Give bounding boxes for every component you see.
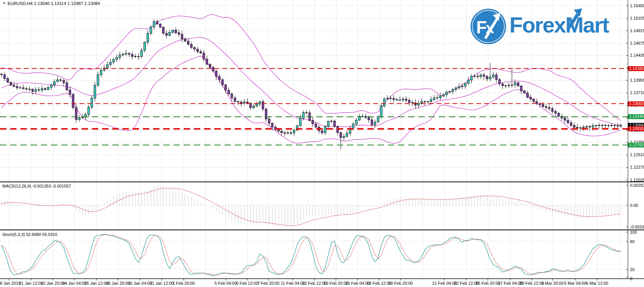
time-tick-label: 12 Feb 12:00	[302, 281, 327, 285]
time-tick-label: 18 Feb 12:00	[367, 281, 392, 285]
symbol-dropdown-icon[interactable]: ▼	[3, 2, 6, 5]
time-tick-label: 24 Jan 04:00	[62, 281, 87, 285]
stoch-tick-label: 100	[630, 230, 637, 235]
time-tick-label: 19 Feb 20:00	[389, 281, 413, 285]
macd-indicator-label: MACD(12,26,9) -0.001353 -0.001557	[2, 184, 71, 188]
time-tick-label: 5 Mar 04:00	[564, 281, 587, 285]
time-tick-label: 1 Feb 20:00	[173, 281, 195, 285]
time-tick-label: 7 Feb 20:00	[257, 281, 280, 285]
stoch-tick-label: 20	[630, 267, 635, 272]
price-level-badge: 1.12702	[628, 143, 644, 147]
time-tick-label: 21 Feb 04:00	[432, 281, 457, 285]
macd-tick-label: 0.00	[630, 203, 638, 208]
price-tick-label: 1.12025	[630, 178, 644, 183]
macd-tick-label: 0.002932	[630, 183, 644, 188]
time-tick-label: 28 Jan 20:00	[106, 281, 130, 285]
time-tick-label: 15 Feb 04:00	[345, 281, 370, 285]
time-tick-label: 30 Jan 04:00	[128, 281, 152, 285]
svg-text:F: F	[476, 17, 487, 37]
price-tick-label: 1.12270	[630, 165, 644, 170]
price-level-badge: 1.13249	[628, 114, 644, 119]
price-tick-label: 1.13710	[630, 90, 644, 95]
price-tick-label: 1.13955	[630, 78, 644, 83]
logo-wordmark: ForexMart	[509, 12, 608, 37]
macd-tick-label: -0.003304	[630, 225, 644, 230]
time-tick-label: 6 Feb 12:00	[236, 281, 259, 285]
time-tick-label: 28 Feb 12:00	[520, 281, 544, 285]
time-tick-label: 31 Jan 12:00	[150, 281, 174, 285]
time-tick-label: 22 Jan 20:00	[41, 281, 65, 285]
time-tick-label: 22 Feb 12:00	[454, 281, 479, 285]
price-level-badge: 1.14183	[628, 66, 644, 71]
stoch-tick-label: 0	[630, 276, 632, 281]
trading-chart-window: ▼ EURUSD,H4 1.13040 1.13114 1.12987 1.13…	[0, 0, 644, 287]
price-level-badge: 1.13503	[628, 101, 644, 106]
time-tick-label: 18 Jan 2019	[0, 281, 20, 285]
time-tick-label: 5 Feb 04:00	[215, 281, 237, 285]
time-tick-label: 6 Mar 12:00	[586, 281, 608, 285]
time-tick-label: 25 Feb 20:00	[476, 281, 500, 285]
stoch-indicator-label: Stoch(5,3,3) 52.6680 55.0310	[2, 232, 57, 237]
chart-title: EURUSD,H4 1.13040 1.13114 1.12987 1.1308…	[8, 1, 100, 6]
price-level-badge: 1.13015	[628, 126, 644, 131]
time-tick-label: 1 Mar 20:00	[542, 281, 564, 285]
price-tick-label: 1.12510	[630, 152, 644, 157]
time-tick-label: 21 Jan 12:00	[19, 281, 43, 285]
stoch-tick-label: 80	[630, 239, 635, 244]
price-tick-label: 1.14435	[630, 53, 644, 58]
time-tick-label: 11 Feb 04:00	[281, 281, 305, 285]
forexmart-logo: F x ForexMart	[469, 7, 635, 46]
time-tick-label: 13 Feb 20:00	[324, 281, 348, 285]
time-tick-label: 27 Feb 04:00	[498, 281, 523, 285]
time-tick-label: 25 Jan 12:00	[84, 281, 108, 285]
